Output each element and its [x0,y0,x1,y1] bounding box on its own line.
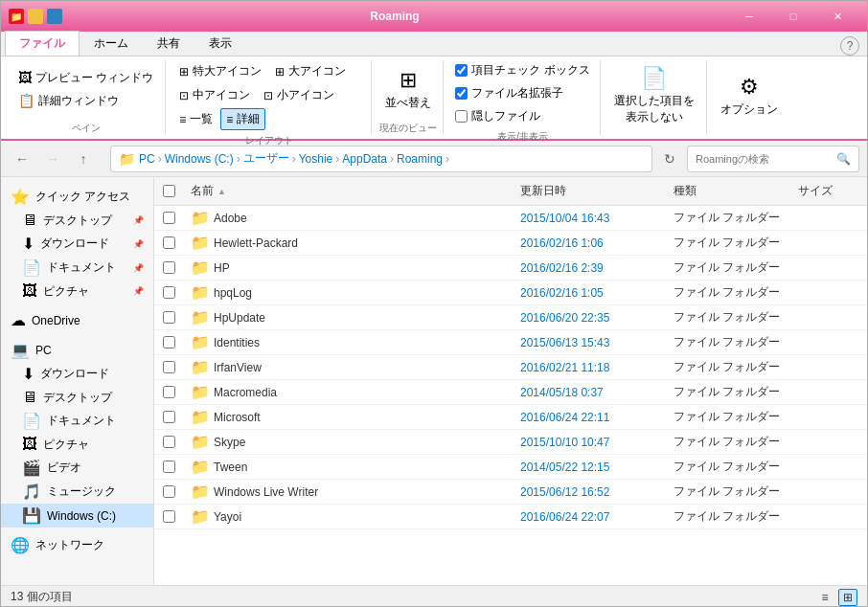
header-date-col[interactable]: 更新日時 [513,180,666,202]
row-checkbox[interactable] [163,510,175,523]
preview-pane-button[interactable]: 🖼 プレビュー ウィンドウ [12,67,159,89]
sidebar-item-pictures-2[interactable]: 🖼 ピクチャ [1,433,153,456]
item-checkbox-input[interactable] [455,64,468,77]
row-type-col: ファイル フォルダー [666,431,790,453]
row-checkbox[interactable] [163,212,175,224]
tab-home[interactable]: ホーム [80,31,143,56]
row-checkbox[interactable] [163,361,175,373]
row-checkbox[interactable] [163,461,175,473]
file-name: Macromedia [214,386,277,399]
table-row[interactable]: 📁 hpqLog 2016/02/16 1:05 ファイル フォルダー [154,281,867,305]
sidebar-item-pc[interactable]: 💻 PC [1,338,153,362]
table-row[interactable]: 📁 HP 2016/02/16 2:39 ファイル フォルダー [154,256,867,281]
row-checkbox[interactable] [163,261,175,274]
row-size-col [790,390,867,395]
table-row[interactable]: 📁 Adobe 2015/10/04 16:43 ファイル フォルダー [154,206,867,231]
sidebar-item-music[interactable]: 🎵 ミュージック [1,480,153,504]
list-view-button[interactable]: ≡ 一覧 [173,108,218,130]
sidebar-item-video[interactable]: 🎬 ビデオ [1,456,153,480]
table-row[interactable]: 📁 Macromedia 2014/05/18 0:37 ファイル フォルダー [154,380,867,405]
table-row[interactable]: 📁 Yayoi 2016/06/24 22:07 ファイル フォルダー [154,505,867,529]
sidebar-item-network[interactable]: 🌐 ネットワーク [1,533,153,557]
file-ext-label: ファイル名拡張子 [471,85,563,101]
sidebar-item-desktop-1[interactable]: 🖥 デスクトップ 📌 [1,209,153,232]
row-size-col [790,365,867,371]
table-row[interactable]: 📁 Tween 2014/05/22 12:15 ファイル フォルダー [154,455,867,480]
help-button[interactable]: ? [840,36,859,56]
table-row[interactable]: 📁 Windows Live Writer 2015/06/12 16:52 フ… [154,480,867,505]
file-ext-input[interactable] [455,87,468,100]
back-button[interactable]: ← [9,146,35,172]
search-bar[interactable]: 🔍 [687,146,859,172]
up-button[interactable]: ↑ [70,146,97,172]
minimize-button[interactable]: ─ [727,1,771,32]
row-checkbox[interactable] [163,336,175,348]
tab-view[interactable]: 表示 [194,31,246,56]
details-view-button[interactable]: ≡ 詳細 [220,108,265,130]
sidebar-item-desktop-2[interactable]: 🖥 デスクトップ [1,386,153,409]
select-all-checkbox[interactable] [163,185,175,197]
row-checkbox[interactable] [163,386,175,398]
file-name: Skype [214,436,245,449]
header-size-col[interactable]: サイズ [790,180,867,202]
breadcrumb-pc[interactable]: PC [139,152,155,166]
small-icons-button[interactable]: ⊡ 小アイコン [258,84,340,106]
breadcrumb-appdata[interactable]: AppData [342,152,387,166]
sidebar-item-quick-access[interactable]: ⭐ クイック アクセス [1,185,153,209]
forward-button[interactable]: → [39,146,66,172]
list-view-btn[interactable]: ⊞ [838,589,857,606]
file-name: hpqLog [214,286,252,300]
close-button[interactable]: ✕ [815,1,859,32]
table-row[interactable]: 📁 Microsoft 2016/06/24 22:11 ファイル フォルダー [154,405,867,430]
medium-icons-button[interactable]: ⊡ 中アイコン [173,84,256,106]
row-date-col: 2016/02/21 11:18 [513,358,666,377]
options-button[interactable]: ⚙ オプション [715,71,784,122]
breadcrumb-drive[interactable]: Windows (C:) [165,152,234,166]
table-row[interactable]: 📁 HpUpdate 2016/06/20 22:35 ファイル フォルダー [154,305,867,330]
table-row[interactable]: 📁 Skype 2015/10/10 10:47 ファイル フォルダー [154,430,867,455]
row-checkbox[interactable] [163,311,175,324]
breadcrumb-roaming[interactable]: Roaming [397,152,443,166]
row-date-col: 2015/06/12 16:52 [513,483,666,502]
refresh-button[interactable]: ↻ [656,146,683,172]
hide-selected-button[interactable]: 📄 選択した項目を 表示しない [608,62,700,129]
sidebar-item-documents-2[interactable]: 📄 ドキュメント [1,409,153,433]
details-view-btn[interactable]: ≡ [815,589,834,606]
row-checkbox[interactable] [163,286,175,299]
breadcrumb-users[interactable]: ユーザー [243,150,289,167]
sidebar-item-pictures-1[interactable]: 🖼 ピクチャ 📌 [1,280,153,303]
details-pane-button[interactable]: 📋 詳細ウィンドウ [12,90,159,112]
ribbon-layout-items: ⊞ 特大アイコン ⊞ 大アイコン ⊡ 中アイコン ⊡ 小アイコン ≡ 一覧 ≡ … [173,60,365,130]
table-row[interactable]: 📁 Hewlett-Packard 2016/02/16 1:06 ファイル フ… [154,231,867,256]
row-type-col: ファイル フォルダー [666,232,790,254]
row-checkbox[interactable] [163,411,175,423]
sidebar-item-documents-1[interactable]: 📄 ドキュメント 📌 [1,256,153,280]
tab-file[interactable]: ファイル [5,31,80,56]
sidebar-item-windows-c[interactable]: 💾 Windows (C:) [1,504,153,528]
row-checkbox-col [154,507,183,526]
header-type-col[interactable]: 種類 [666,180,790,202]
header-name-col[interactable]: 名前 ▲ [183,180,513,202]
address-bar[interactable]: 📁 PC › Windows (C:) › ユーザー › Yoshie › Ap… [110,146,652,172]
tab-share[interactable]: 共有 [143,31,194,56]
row-date-col: 2016/02/16 1:06 [513,234,666,253]
table-row[interactable]: 📁 Identities 2015/06/13 15:43 ファイル フォルダー [154,330,867,355]
search-input[interactable] [696,153,833,165]
large-icons-button[interactable]: ⊞ 大アイコン [269,60,352,82]
row-type-col: ファイル フォルダー [666,406,790,428]
row-date-col: 2016/06/20 22:35 [513,308,666,327]
row-checkbox[interactable] [163,436,175,448]
table-row[interactable]: 📁 IrfanView 2016/02/21 11:18 ファイル フォルダー [154,355,867,380]
sidebar-item-download-1[interactable]: ⬇ ダウンロード 📌 [1,232,153,256]
maximize-button[interactable]: □ [771,1,815,32]
breadcrumb-user[interactable]: Yoshie [299,152,333,166]
sidebar-item-onedrive[interactable]: ☁ OneDrive [1,308,153,332]
row-checkbox[interactable] [163,485,175,498]
sort-button[interactable]: ⊞ 並べ替え [379,64,437,115]
row-checkbox[interactable] [163,236,175,249]
extra-large-icons-button[interactable]: ⊞ 特大アイコン [173,60,267,82]
hidden-files-input[interactable] [455,110,468,123]
sidebar-item-download-2[interactable]: ⬇ ダウンロード [1,362,153,386]
file-name: Hewlett-Packard [214,236,298,250]
row-name-col: 📁 Skype [183,430,513,454]
